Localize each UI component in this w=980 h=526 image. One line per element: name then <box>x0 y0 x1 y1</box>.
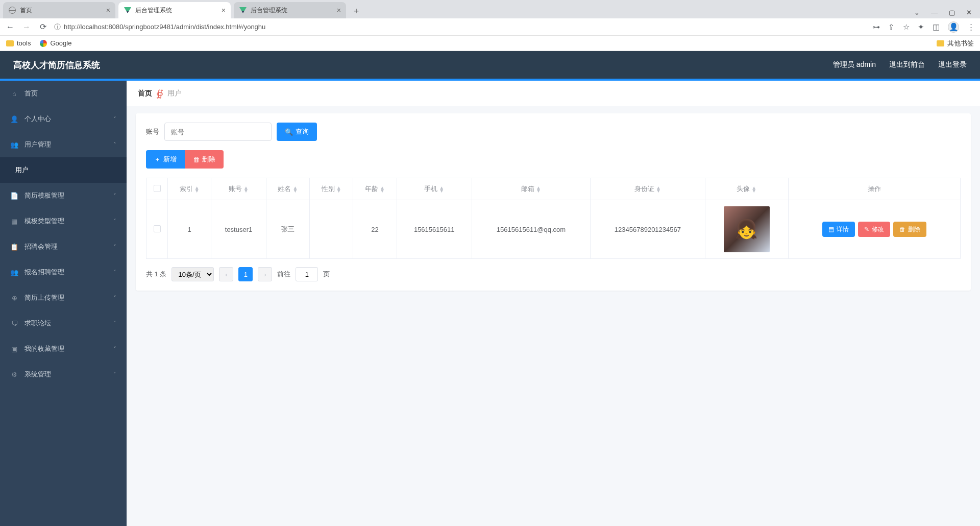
share-icon[interactable]: ⇪ <box>888 22 895 32</box>
sort-icon: ▲▼ <box>292 186 298 193</box>
users-icon: 👥 <box>10 141 18 149</box>
chevron-down-icon: ˅ <box>113 116 116 123</box>
add-button[interactable]: ＋新增 <box>146 150 185 169</box>
goto-unit: 页 <box>323 270 330 279</box>
goto-input[interactable] <box>296 267 318 281</box>
avatar-image: 👧 <box>724 206 770 252</box>
bookmark-google[interactable]: Google <box>40 39 71 47</box>
column-header[interactable]: 性别▲▼ <box>310 178 353 200</box>
sidebar: ⌂首页👤个人中心˅👥用户管理˄用户📄简历模板管理˅▦模板类型管理˅📋招聘会管理˅… <box>0 81 127 526</box>
sidebar-item[interactable]: 👥报名招聘管理˅ <box>0 259 127 285</box>
column-header: 操作 <box>788 178 960 200</box>
current-user[interactable]: 管理员 admin <box>833 60 876 69</box>
url-bar[interactable]: ⓘ http://localhost:8080/springbootz9481/… <box>54 22 866 32</box>
menu-icon[interactable]: ⋮ <box>967 22 975 32</box>
column-header[interactable]: 账号▲▼ <box>211 178 266 200</box>
search-label: 查询 <box>296 127 309 136</box>
bookmark-label: Google <box>50 39 71 47</box>
star-icon: ▣ <box>10 345 18 353</box>
filter-row: 账号 🔍查询 <box>146 123 961 141</box>
back-button[interactable]: ← <box>5 22 15 32</box>
sort-icon: ▲▼ <box>243 186 249 193</box>
side-panel-icon[interactable]: ◫ <box>933 22 940 32</box>
chevron-down-icon: ˅ <box>113 371 116 378</box>
column-header[interactable]: 索引▲▼ <box>168 178 211 200</box>
sidebar-item[interactable]: ⊕简历上传管理˅ <box>0 285 127 310</box>
row-delete-button[interactable]: 🗑 删除 <box>893 222 926 237</box>
sidebar-item-label: 简历上传管理 <box>24 293 64 302</box>
column-header[interactable]: 身份证▲▼ <box>591 178 705 200</box>
close-icon[interactable]: ✕ <box>966 9 972 16</box>
cell-avatar: 👧 <box>705 200 788 259</box>
sidebar-item-label: 模板类型管理 <box>24 217 64 226</box>
bulk-delete-button[interactable]: 🗑删除 <box>185 150 224 169</box>
sidebar-item[interactable]: ▦模板类型管理˅ <box>0 208 127 234</box>
sidebar-item[interactable]: 👥用户管理˄ <box>0 132 127 157</box>
key-icon[interactable]: ⊶ <box>872 22 880 32</box>
page-size-select[interactable]: 10条/页 <box>172 267 214 281</box>
column-header[interactable]: 年龄▲▼ <box>353 178 397 200</box>
close-icon[interactable]: × <box>337 6 341 14</box>
next-page-button[interactable]: › <box>258 267 272 281</box>
forum-icon: 🗨 <box>10 320 18 327</box>
browser-tab[interactable]: 后台管理系统 × <box>118 2 231 18</box>
column-header[interactable]: 邮箱▲▼ <box>472 178 590 200</box>
cell-email: 15615615611@qq.com <box>472 200 590 259</box>
profile-icon[interactable]: 👤 <box>948 21 959 33</box>
search-icon: 🔍 <box>285 128 293 136</box>
new-tab-button[interactable]: + <box>349 4 363 18</box>
sidebar-item[interactable]: 📄简历模板管理˅ <box>0 183 127 208</box>
trash-icon: 🗑 <box>899 226 905 233</box>
minimize-icon[interactable]: — <box>931 9 938 16</box>
exit-front-link[interactable]: 退出到前台 <box>889 60 925 69</box>
vue-icon <box>239 6 247 14</box>
browser-navbar: ← → ⟳ ⓘ http://localhost:8080/springboot… <box>0 18 980 36</box>
sidebar-subitem[interactable]: 用户 <box>0 157 127 183</box>
app-header: 高校人才简历信息系统 管理员 admin 退出到前台 退出登录 <box>0 51 980 81</box>
breadcrumb-home[interactable]: 首页 <box>138 89 152 98</box>
search-button[interactable]: 🔍查询 <box>277 123 317 141</box>
forward-button[interactable]: → <box>21 22 32 32</box>
pencil-icon: ✎ <box>864 226 869 233</box>
total-count: 共 1 条 <box>146 270 166 279</box>
select-all-checkbox[interactable] <box>154 185 161 192</box>
close-icon[interactable]: × <box>222 6 226 14</box>
detail-button[interactable]: ▤ 详情 <box>822 222 855 237</box>
sidebar-item[interactable]: ⚙系统管理˅ <box>0 362 127 387</box>
extensions-icon[interactable]: ✦ <box>918 22 924 32</box>
prev-page-button[interactable]: ‹ <box>219 267 233 281</box>
browser-tab[interactable]: 后台管理系统 × <box>234 2 346 18</box>
bookmark-star-icon[interactable]: ☆ <box>903 22 910 32</box>
bookmark-tools[interactable]: tools <box>6 39 31 47</box>
close-icon[interactable]: × <box>106 6 110 14</box>
row-checkbox[interactable] <box>154 225 161 232</box>
sidebar-item[interactable]: ⌂首页 <box>0 81 127 106</box>
edit-button[interactable]: ✎ 修改 <box>858 222 890 237</box>
bulk-actions: ＋新增 🗑删除 <box>146 150 961 169</box>
sort-icon: ▲▼ <box>380 186 385 193</box>
column-header[interactable]: 手机▲▼ <box>397 178 472 200</box>
folder-icon <box>6 40 14 46</box>
sidebar-item[interactable]: ▣我的收藏管理˅ <box>0 336 127 362</box>
bookmark-other[interactable]: 其他书签 <box>937 39 974 48</box>
main-content: 首页 ∯ 用户 账号 🔍查询 ＋新增 🗑删除 索引▲▼账号▲▼姓名▲▼性别▲▼年… <box>127 81 980 526</box>
chevron-down-icon[interactable]: ⌄ <box>914 9 920 16</box>
breadcrumb-current: 用户 <box>167 89 182 98</box>
cell-age: 22 <box>353 200 397 259</box>
sort-icon: ▲▼ <box>439 186 444 193</box>
sidebar-item[interactable]: 📋招聘会管理˅ <box>0 234 127 259</box>
maximize-icon[interactable]: ▢ <box>949 9 955 16</box>
cell-index: 1 <box>168 200 211 259</box>
content-panel: 账号 🔍查询 ＋新增 🗑删除 索引▲▼账号▲▼姓名▲▼性别▲▼年龄▲▼手机▲▼邮… <box>136 113 971 291</box>
page-number-button[interactable]: 1 <box>238 267 253 281</box>
wave-icon: ∯ <box>156 88 163 99</box>
sidebar-item[interactable]: 🗨求职论坛˅ <box>0 310 127 336</box>
sidebar-item[interactable]: 👤个人中心˅ <box>0 106 127 132</box>
logout-link[interactable]: 退出登录 <box>938 60 967 69</box>
reload-button[interactable]: ⟳ <box>38 22 48 32</box>
column-header[interactable]: 姓名▲▼ <box>266 178 309 200</box>
browser-tab[interactable]: 首页 × <box>3 2 115 18</box>
column-header[interactable]: 头像▲▼ <box>705 178 788 200</box>
sidebar-item-label: 系统管理 <box>24 370 51 379</box>
account-input[interactable] <box>164 123 272 141</box>
